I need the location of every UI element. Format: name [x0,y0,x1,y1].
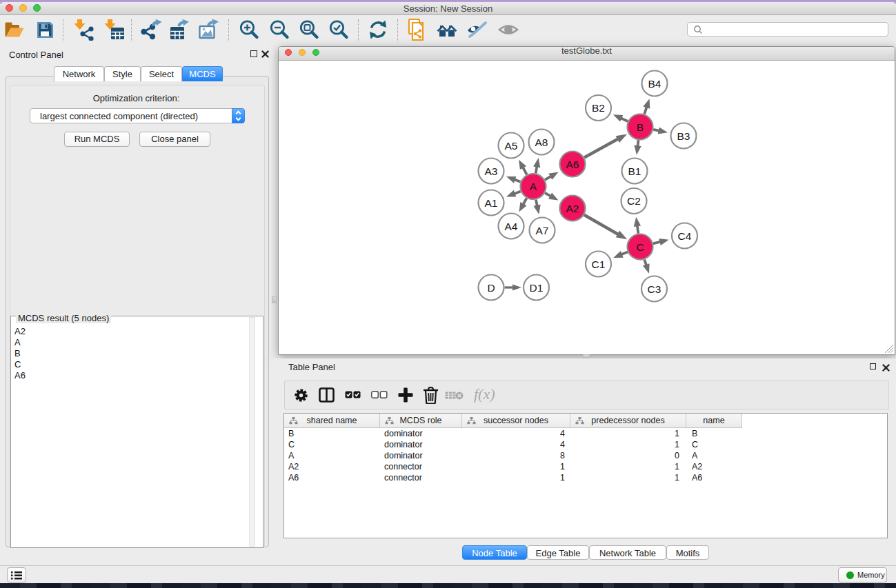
svg-text:C1: C1 [592,258,606,270]
svg-text:B2: B2 [592,102,605,114]
svg-text:C4: C4 [678,230,692,242]
svg-text:B: B [637,121,644,133]
svg-text:C: C [636,241,644,253]
svg-text:B4: B4 [648,78,661,90]
svg-text:A7: A7 [536,225,549,236]
svg-text:A2: A2 [566,203,579,214]
svg-text:C3: C3 [648,283,661,295]
svg-text:A1: A1 [485,197,498,209]
svg-text:D: D [487,282,495,294]
svg-text:B1: B1 [628,165,641,177]
svg-text:B3: B3 [677,130,690,142]
svg-text:A6: A6 [566,159,579,170]
svg-text:A5: A5 [505,140,518,152]
svg-text:A3: A3 [485,165,498,177]
svg-text:C2: C2 [627,195,641,207]
svg-text:A4: A4 [505,221,518,232]
svg-text:A: A [530,181,537,192]
svg-text:D1: D1 [530,282,544,294]
svg-text:A8: A8 [535,136,548,148]
